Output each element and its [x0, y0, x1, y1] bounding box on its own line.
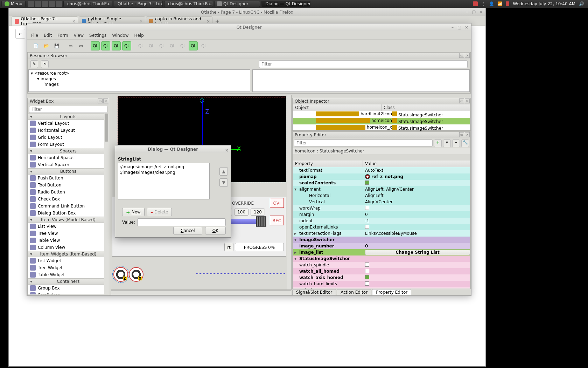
tb-layout-vs-icon[interactable]: Qt — [122, 41, 131, 50]
widget-item[interactable]: Group Box — [28, 285, 108, 292]
tb-a-icon[interactable]: Qt — [178, 41, 187, 50]
battery-icon[interactable] — [506, 1, 509, 6]
list-item[interactable]: :/images/images/clear.png — [120, 170, 208, 175]
property-row[interactable]: image_number0 — [293, 243, 470, 249]
delete-button[interactable]: –Delete — [147, 208, 172, 216]
widget-category[interactable]: Layouts — [28, 114, 108, 120]
task-qtdesigner[interactable]: Qt Designer — [215, 1, 260, 7]
reload-button[interactable]: ↻ — [41, 60, 49, 68]
widget-category[interactable]: Containers — [28, 278, 108, 285]
shield-icon[interactable] — [473, 1, 478, 6]
widget-item[interactable]: Command Link Button — [28, 203, 108, 210]
property-row[interactable]: HorizontalAlignLeft — [293, 192, 470, 199]
checkbox-icon[interactable] — [365, 263, 369, 267]
property-row[interactable]: scaledContents — [293, 180, 470, 186]
dropdown-icon[interactable]: ▾ — [443, 139, 451, 147]
dock-float-icon[interactable]: ▭ — [459, 53, 464, 58]
widget-item[interactable]: List View — [28, 223, 108, 230]
app-icon[interactable] — [56, 1, 62, 7]
checkbox-icon[interactable] — [365, 206, 369, 210]
checkbox-icon[interactable] — [365, 275, 369, 279]
menu-settings[interactable]: Settings — [89, 33, 106, 38]
tb-edit-widgets-icon[interactable]: ▭ — [66, 41, 75, 50]
tb-edit-signals-icon[interactable]: ▭ — [77, 41, 86, 50]
tb-break-icon[interactable]: Qt — [157, 41, 166, 50]
widget-item[interactable]: List Widget — [28, 257, 108, 264]
menu-window[interactable]: Window — [112, 33, 128, 38]
dock-close-icon[interactable]: × — [465, 98, 470, 103]
dock-close-icon[interactable]: × — [103, 98, 108, 103]
object-row[interactable]: hardLimit2IconStatusImageSwitcher — [293, 111, 470, 118]
resource-tree[interactable]: ▾<resource root> ▾images images — [28, 69, 250, 92]
remove-prop-button[interactable]: – — [452, 139, 460, 147]
menu-file[interactable]: File — [31, 33, 38, 38]
widget-item[interactable]: Vertical Layout — [28, 120, 108, 127]
tb-layout-v-icon[interactable]: Qt — [101, 41, 110, 50]
minimize-icon[interactable]: – — [464, 9, 469, 14]
tb-layout-h-icon[interactable]: Qt — [91, 41, 100, 50]
property-row[interactable]: ▸image_listChange String List — [293, 249, 470, 255]
checkbox-icon[interactable] — [365, 180, 369, 185]
task-firefox[interactable]: Qtlathe - Page 7 - Lin... — [114, 1, 163, 7]
dock-float-icon[interactable]: ▭ — [459, 98, 464, 103]
back-button[interactable]: ← — [15, 29, 25, 39]
config-icon[interactable]: 🔧 — [461, 139, 469, 147]
close-icon[interactable]: × — [478, 9, 483, 14]
volume-icon[interactable]: 🔊 — [579, 1, 584, 6]
task-dialog[interactable]: Dialog — Qt Designer — [261, 1, 310, 7]
widget-item[interactable]: Dialog Button Box — [28, 210, 108, 217]
widget-item[interactable]: Column View — [28, 244, 108, 251]
desktop-icon[interactable] — [28, 1, 34, 7]
checkbox-icon[interactable] — [365, 269, 369, 273]
widget-category[interactable]: Item Views (Model-Based) — [28, 217, 108, 223]
widget-item[interactable]: Table View — [28, 237, 108, 244]
widget-item[interactable]: Vertical Spacer — [28, 161, 108, 168]
override-120[interactable]: 120 — [251, 209, 265, 216]
value-input[interactable] — [137, 218, 226, 226]
property-row[interactable]: ▸axis_letterZ — [293, 287, 470, 288]
home-icon-z[interactable]: Z — [113, 267, 128, 282]
widget-item[interactable]: Horizontal Layout — [28, 127, 108, 134]
tb-open-icon[interactable]: 📂 — [42, 41, 51, 50]
expand-icon[interactable]: ▸ — [294, 231, 296, 236]
widget-category[interactable]: Item Widgets (Item-Based) — [28, 251, 108, 257]
property-row[interactable]: wordWrap — [293, 205, 470, 211]
checkbox-icon[interactable] — [365, 225, 369, 229]
rt-button[interactable]: rt — [224, 243, 233, 251]
edit-resources-button[interactable]: ✎ — [30, 60, 38, 68]
clock[interactable]: Wednesday July 22, 10:40 AM — [513, 1, 575, 6]
move-down-button[interactable]: ▼ — [219, 178, 228, 187]
widget-item[interactable]: Grid Layout — [28, 134, 108, 141]
property-row[interactable]: margin0 — [293, 211, 470, 218]
widget-item[interactable]: Radio Button — [28, 189, 108, 196]
menu-edit[interactable]: Edit — [44, 33, 52, 38]
property-row[interactable]: ▾ImageSwitcher — [293, 237, 470, 243]
checkbox-icon[interactable] — [365, 281, 369, 286]
firefox-icon[interactable] — [35, 1, 41, 7]
property-row[interactable]: watch_all_homed — [293, 268, 470, 274]
property-filter-input[interactable] — [294, 139, 433, 146]
menu-form[interactable]: Form — [57, 33, 68, 38]
widget-category[interactable]: Spacers — [28, 148, 108, 154]
task-terminal2[interactable]: chris@chris-ThinkPa... — [164, 1, 213, 7]
files-icon[interactable] — [49, 1, 55, 7]
property-row[interactable]: watch_spindle — [293, 262, 470, 268]
maximize-icon[interactable]: ▢ — [471, 9, 476, 14]
move-up-button[interactable]: ▲ — [219, 167, 228, 176]
property-row[interactable]: ▸textInteractionFlagsLinksAccessibleByMo… — [293, 230, 470, 237]
widget-category[interactable]: Buttons — [28, 168, 108, 175]
property-row[interactable]: ▾StatusImageSwitcher — [293, 255, 470, 262]
tab-signal-slot[interactable]: Signal/Slot Editor — [292, 289, 336, 295]
menu-view[interactable]: View — [74, 33, 84, 38]
dock-close-icon[interactable]: × — [465, 132, 470, 137]
resource-filter-input[interactable] — [259, 60, 468, 68]
expand-icon[interactable]: ▾ — [294, 237, 296, 242]
tb-new-icon[interactable]: 📄 — [31, 41, 40, 50]
override-100[interactable]: 100 — [234, 209, 248, 216]
widget-item[interactable]: Tree View — [28, 230, 108, 237]
property-row[interactable]: ▾alignmentAlignLeft, AlignVCenter — [293, 186, 470, 192]
col-property[interactable]: Property — [293, 161, 363, 167]
task-terminal1[interactable]: chris@chris-ThinkPa... — [63, 1, 112, 7]
object-row[interactable]: homeIconStatusImageSwitcher — [293, 118, 470, 124]
expand-icon[interactable]: ▾ — [294, 187, 296, 192]
